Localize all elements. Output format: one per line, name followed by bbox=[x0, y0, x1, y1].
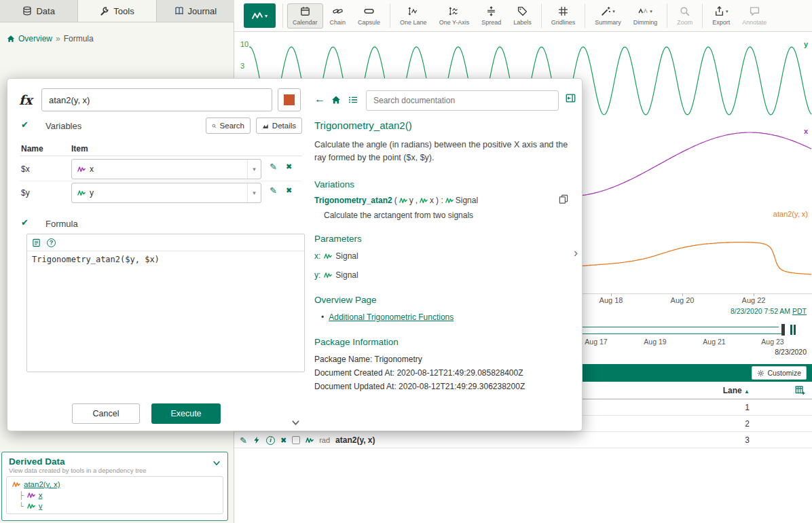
series-label-atan2[interactable]: atan2(y, x) bbox=[773, 210, 808, 218]
document-icon[interactable] bbox=[32, 238, 41, 247]
signal-icon bbox=[445, 196, 454, 204]
signal-icon bbox=[420, 196, 428, 204]
item-select-x[interactable]: x ▾ bbox=[71, 159, 261, 179]
panel-tabs: Data Tools Journal bbox=[0, 0, 234, 22]
signature-function-name: Trigonometry_atan2 bbox=[314, 196, 392, 205]
tree-link-y[interactable]: y bbox=[39, 502, 43, 510]
edit-icon[interactable]: ✎ bbox=[240, 436, 247, 445]
docs-home-icon[interactable] bbox=[331, 95, 341, 105]
row-checkbox[interactable] bbox=[292, 436, 300, 444]
delete-variable-icon[interactable]: ✖ bbox=[286, 187, 292, 194]
row-tools: ✎ i ✖ rad atan2(y, x) bbox=[240, 432, 375, 448]
toolbar-label: Gridlines bbox=[551, 19, 576, 26]
customize-button[interactable]: Customize bbox=[752, 366, 807, 380]
derive-bolt-icon[interactable] bbox=[253, 436, 261, 444]
help-icon[interactable]: ? bbox=[47, 238, 56, 247]
tab-data[interactable]: Data bbox=[0, 0, 78, 22]
toolbar-dimming-button[interactable]: ▾ Dimming bbox=[628, 3, 663, 29]
add-column-icon[interactable] bbox=[795, 385, 805, 395]
timezone-link[interactable]: PDT bbox=[792, 307, 807, 315]
toolbar-summary-button[interactable]: ▾ Summary bbox=[589, 3, 627, 29]
chart-type-dropdown[interactable]: ▾ bbox=[244, 3, 276, 28]
edit-variable-icon[interactable]: ✎ bbox=[270, 162, 277, 171]
cancel-label: Cancel bbox=[93, 409, 119, 418]
toolbar-gridlines-button[interactable]: Gridlines bbox=[546, 3, 581, 29]
display-range-end: 8/23/2020 7:52 AM PDT bbox=[731, 307, 807, 315]
caret-down-icon: ▾ bbox=[650, 9, 652, 14]
series-label-x[interactable]: x bbox=[804, 127, 808, 135]
collapse-modal-chevron-icon[interactable] bbox=[291, 418, 300, 427]
edit-variable-icon[interactable]: ✎ bbox=[270, 186, 277, 195]
color-picker-button[interactable] bbox=[278, 88, 301, 111]
slider-tick-label: Aug 17 bbox=[585, 338, 607, 346]
tab-journal[interactable]: Journal bbox=[157, 0, 234, 22]
table-row-atan2[interactable]: ✎ i ✖ rad atan2(y, x) 3 bbox=[234, 432, 812, 448]
area-chart-icon bbox=[262, 122, 269, 130]
tree-connector: ├ bbox=[19, 491, 24, 500]
toolbar-chain-button[interactable]: Chain bbox=[325, 3, 352, 29]
top-toolbar: ▾ Calendar Chain Capsule One Lane One Y-… bbox=[234, 0, 812, 32]
toolbar-spread-button[interactable]: Spread bbox=[476, 3, 506, 29]
toolbar-annotate-button[interactable]: Annotate bbox=[737, 3, 772, 29]
toolbar-export-button[interactable]: ▾ Export bbox=[707, 3, 735, 29]
function-signature: Trigonometry_atan2 ( y , x ) : Signal bbox=[314, 196, 478, 205]
row-divider bbox=[20, 181, 302, 181]
toolbar-zoom-button[interactable]: Zoom bbox=[671, 3, 698, 29]
breadcrumb-current: Formula bbox=[64, 34, 94, 43]
formula-name-input[interactable] bbox=[41, 88, 272, 111]
series-label-y[interactable]: y bbox=[804, 40, 808, 48]
toolbar-one-lane-button[interactable]: One Lane bbox=[394, 3, 432, 29]
caret-down-icon: ▾ bbox=[612, 9, 615, 14]
parameter-name: x: bbox=[314, 251, 320, 261]
tab-tools[interactable]: Tools bbox=[78, 0, 156, 22]
tab-journal-label: Journal bbox=[188, 6, 217, 16]
docs-back-icon[interactable]: ← bbox=[314, 93, 325, 105]
toolbar-label: One Y-Axis bbox=[439, 19, 470, 26]
slider-grip[interactable] bbox=[790, 325, 796, 335]
breadcrumb-overview-link[interactable]: Overview bbox=[18, 34, 52, 43]
collapse-chevron-icon[interactable] bbox=[213, 459, 221, 467]
item-select-y[interactable]: y ▾ bbox=[71, 183, 261, 203]
table-divider bbox=[20, 156, 302, 156]
docs-title: Trigonometry_atan2() bbox=[314, 120, 412, 131]
lane-value: 3 bbox=[745, 435, 750, 445]
copy-icon[interactable] bbox=[559, 194, 568, 204]
formula-editor[interactable]: ? Trigonometry_atan2($y, $x) bbox=[26, 234, 305, 372]
toolbar-label: Calendar bbox=[293, 19, 318, 26]
details-button[interactable]: Details bbox=[256, 118, 302, 134]
docs-index-icon[interactable] bbox=[348, 95, 358, 105]
toolbar-labels-button[interactable]: Labels bbox=[508, 3, 537, 29]
search-variables-button[interactable]: Search bbox=[206, 118, 251, 134]
package-updated-line: Document Updated At: 2020-08-12T21:49:29… bbox=[314, 382, 525, 391]
signature-close-paren: ) : bbox=[436, 196, 443, 205]
variable-name: $x bbox=[21, 164, 30, 174]
delete-variable-icon[interactable]: ✖ bbox=[286, 163, 292, 170]
color-swatch bbox=[284, 94, 295, 105]
tree-link-x[interactable]: x bbox=[39, 491, 43, 499]
docs-expand-chevron-icon[interactable]: › bbox=[574, 246, 578, 260]
formula-code[interactable]: Trigonometry_atan2($y, $x) bbox=[27, 251, 304, 268]
bullet: • bbox=[321, 312, 324, 322]
details-button-label: Details bbox=[272, 122, 296, 130]
home-icon[interactable] bbox=[7, 35, 15, 43]
overview-link[interactable]: Additional Trigonometric Functions bbox=[329, 312, 454, 322]
cancel-button[interactable]: Cancel bbox=[72, 403, 140, 424]
tree-link-atan2[interactable]: atan2(y, x) bbox=[24, 480, 60, 488]
toolbar-capsule-button[interactable]: Capsule bbox=[352, 3, 386, 29]
toolbar-calendar-button[interactable]: Calendar bbox=[287, 3, 323, 29]
lane-value: 2 bbox=[745, 419, 750, 429]
remove-icon[interactable]: ✖ bbox=[280, 437, 287, 444]
journal-icon bbox=[174, 6, 184, 16]
slider-handle[interactable] bbox=[781, 324, 785, 336]
lane-column-header[interactable]: Lane ▲ bbox=[723, 386, 750, 395]
execute-button[interactable]: Execute bbox=[151, 403, 221, 424]
item-select-value: x bbox=[90, 164, 94, 174]
x-axis-label: Aug 18 bbox=[599, 296, 623, 304]
docs-panel-toggle-icon[interactable] bbox=[566, 93, 576, 103]
docs-search-input[interactable] bbox=[366, 90, 559, 111]
toolbar-one-y-axis-button[interactable]: One Y-Axis bbox=[434, 3, 475, 29]
dimming-icon bbox=[638, 6, 648, 16]
parameters-heading: Parameters bbox=[314, 234, 362, 244]
info-icon[interactable]: i bbox=[266, 436, 275, 445]
signal-icon bbox=[324, 252, 332, 260]
